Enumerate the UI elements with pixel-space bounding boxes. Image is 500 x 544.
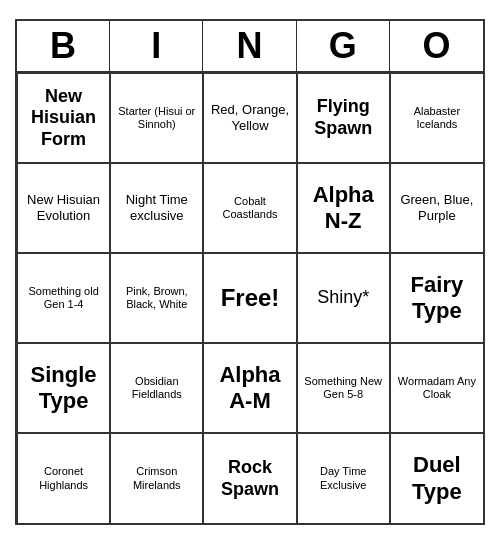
cell-4-0: Coronet Highlands xyxy=(17,433,110,523)
cell-text-4-0: Coronet Highlands xyxy=(22,465,105,491)
cell-2-3: Shiny* xyxy=(297,253,390,343)
cell-text-2-2: Free! xyxy=(221,284,280,313)
cell-text-2-1: Pink, Brown, Black, White xyxy=(115,285,198,311)
cell-1-1: Night Time exclusive xyxy=(110,163,203,253)
cell-text-1-2: Cobalt Coastlands xyxy=(208,195,291,221)
cell-text-4-1: Crimson Mirelands xyxy=(115,465,198,491)
cell-text-0-1: Starter (Hisui or Sinnoh) xyxy=(115,105,198,131)
cell-4-4: Duel Type xyxy=(390,433,483,523)
cell-text-1-1: Night Time exclusive xyxy=(115,192,198,223)
cell-2-2: Free! xyxy=(203,253,296,343)
cell-0-4: Alabaster Icelands xyxy=(390,73,483,163)
cell-3-2: Alpha A-M xyxy=(203,343,296,433)
cell-text-3-3: Something New Gen 5-8 xyxy=(302,375,385,401)
cell-1-3: Alpha N-Z xyxy=(297,163,390,253)
header-letter-G: G xyxy=(297,21,390,71)
cell-text-3-0: Single Type xyxy=(22,362,105,415)
cell-3-0: Single Type xyxy=(17,343,110,433)
cell-text-4-4: Duel Type xyxy=(395,452,479,505)
cell-text-2-0: Something old Gen 1-4 xyxy=(22,285,105,311)
cell-0-3: Flying Spawn xyxy=(297,73,390,163)
cell-text-3-1: Obsidian Fieldlands xyxy=(115,375,198,401)
header-letter-N: N xyxy=(203,21,296,71)
bingo-card: BINGO New Hisuian FormStarter (Hisui or … xyxy=(15,19,485,525)
cell-2-4: Fairy Type xyxy=(390,253,483,343)
cell-text-0-3: Flying Spawn xyxy=(302,96,385,139)
cell-4-1: Crimson Mirelands xyxy=(110,433,203,523)
cell-text-1-0: New Hisuian Evolution xyxy=(22,192,105,223)
bingo-grid: New Hisuian FormStarter (Hisui or Sinnoh… xyxy=(17,73,483,523)
cell-2-1: Pink, Brown, Black, White xyxy=(110,253,203,343)
cell-4-2: Rock Spawn xyxy=(203,433,296,523)
header-letter-I: I xyxy=(110,21,203,71)
cell-text-0-2: Red, Orange, Yellow xyxy=(208,102,291,133)
cell-1-0: New Hisuian Evolution xyxy=(17,163,110,253)
bingo-header: BINGO xyxy=(17,21,483,73)
cell-text-3-2: Alpha A-M xyxy=(208,362,291,415)
cell-text-0-0: New Hisuian Form xyxy=(22,86,105,151)
cell-0-2: Red, Orange, Yellow xyxy=(203,73,296,163)
cell-0-0: New Hisuian Form xyxy=(17,73,110,163)
cell-text-4-2: Rock Spawn xyxy=(208,457,291,500)
cell-3-1: Obsidian Fieldlands xyxy=(110,343,203,433)
cell-0-1: Starter (Hisui or Sinnoh) xyxy=(110,73,203,163)
cell-text-0-4: Alabaster Icelands xyxy=(395,105,479,131)
cell-3-3: Something New Gen 5-8 xyxy=(297,343,390,433)
cell-2-0: Something old Gen 1-4 xyxy=(17,253,110,343)
cell-1-4: Green, Blue, Purple xyxy=(390,163,483,253)
header-letter-B: B xyxy=(17,21,110,71)
cell-text-2-4: Fairy Type xyxy=(395,272,479,325)
cell-4-3: Day Time Exclusive xyxy=(297,433,390,523)
cell-3-4: Wormadam Any Cloak xyxy=(390,343,483,433)
cell-1-2: Cobalt Coastlands xyxy=(203,163,296,253)
cell-text-1-3: Alpha N-Z xyxy=(302,182,385,235)
cell-text-1-4: Green, Blue, Purple xyxy=(395,192,479,223)
cell-text-2-3: Shiny* xyxy=(317,287,369,309)
header-letter-O: O xyxy=(390,21,483,71)
cell-text-4-3: Day Time Exclusive xyxy=(302,465,385,491)
cell-text-3-4: Wormadam Any Cloak xyxy=(395,375,479,401)
